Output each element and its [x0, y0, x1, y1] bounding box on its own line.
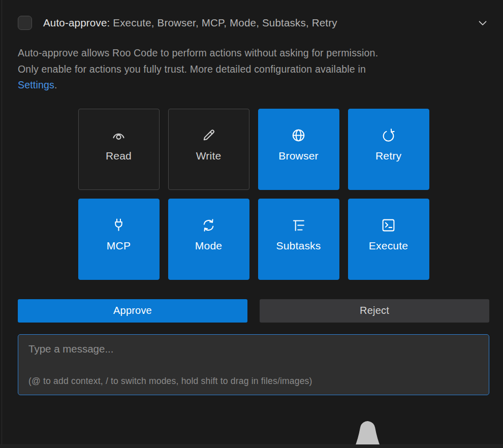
globe-icon — [291, 127, 306, 143]
toggle-label: Execute — [369, 240, 408, 252]
settings-link[interactable]: Settings — [18, 79, 54, 90]
toggle-mode[interactable]: Mode — [168, 199, 249, 280]
terminal-icon — [381, 217, 396, 233]
toggle-label: MCP — [107, 240, 131, 252]
auto-approve-title: Auto-approve: Execute, Browser, MCP, Mod… — [43, 17, 337, 29]
toggle-label: Subtasks — [276, 240, 321, 252]
panel-left-divider — [2, 0, 2, 448]
composer-hint: (@ to add context, / to switch modes, ho… — [28, 376, 479, 387]
action-buttons: Approve Reject — [18, 299, 489, 323]
auto-approve-toggle-grid: ReadWriteBrowserRetryMCPModeSubtasksExec… — [18, 109, 489, 280]
message-composer[interactable]: (@ to add context, / to switch modes, ho… — [18, 334, 489, 395]
auto-approve-panel: Auto-approve: Execute, Browser, MCP, Mod… — [0, 16, 503, 448]
composer-footer: Documentation Writer OR - Gemini 2.5 — [18, 410, 489, 448]
toggle-retry[interactable]: Retry — [348, 109, 429, 190]
auto-approve-header: Auto-approve: Execute, Browser, MCP, Mod… — [18, 16, 489, 30]
sync-icon — [201, 217, 216, 233]
message-input[interactable] — [28, 343, 479, 358]
auto-approve-summary: Execute, Browser, MCP, Mode, Subtasks, R… — [110, 17, 337, 28]
toggle-write[interactable]: Write — [168, 109, 249, 190]
toggle-label: Retry — [375, 150, 401, 162]
reject-button[interactable]: Reject — [260, 299, 489, 323]
auto-approve-checkbox[interactable] — [18, 16, 32, 30]
toggle-label: Browser — [278, 150, 318, 162]
toggle-label: Read — [106, 150, 132, 162]
auto-approve-label: Auto-approve: — [43, 17, 110, 28]
description-line-1: Auto-approve allows Roo Code to perform … — [18, 45, 489, 61]
eye-icon — [111, 127, 127, 143]
auto-approve-description: Auto-approve allows Roo Code to perform … — [18, 45, 489, 93]
toggle-browser[interactable]: Browser — [258, 109, 339, 190]
plug-icon — [111, 217, 127, 233]
refresh-icon — [381, 127, 396, 143]
list-tree-icon — [291, 217, 306, 233]
toggle-mcp[interactable]: MCP — [78, 199, 160, 280]
toggle-execute[interactable]: Execute — [348, 199, 429, 280]
toggle-label: Mode — [195, 240, 222, 252]
description-line-2: Only enable for actions you fully trust.… — [18, 61, 489, 78]
approve-button[interactable]: Approve — [18, 299, 247, 323]
next-panel-edge — [0, 444, 503, 448]
pencil-icon — [201, 127, 216, 143]
footer-icon-group — [264, 410, 489, 448]
chevron-down-icon[interactable] — [476, 16, 489, 29]
description-line-3: Settings. — [18, 77, 489, 93]
toggle-subtasks[interactable]: Subtasks — [258, 199, 339, 280]
description-suffix: . — [54, 79, 57, 90]
toggle-read[interactable]: Read — [78, 109, 160, 190]
toggle-label: Write — [196, 150, 222, 162]
